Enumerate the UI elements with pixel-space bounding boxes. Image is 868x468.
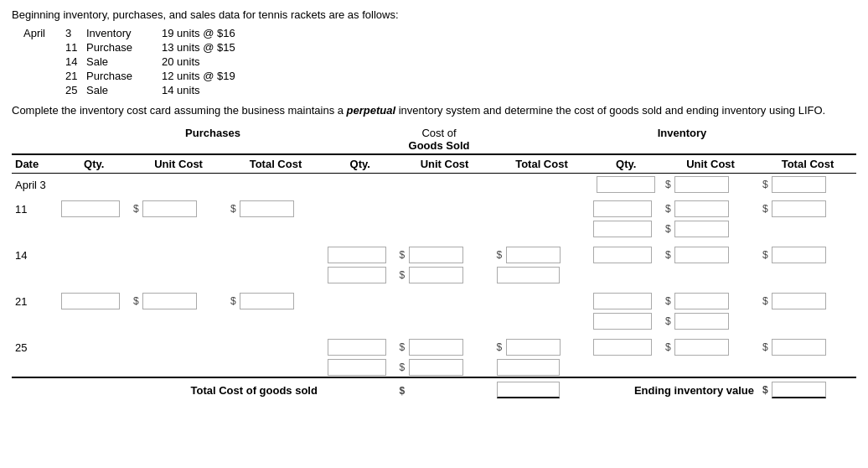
inv-totalcost-cell: $ [759,174,856,196]
inv-qty-cell [590,195,662,220]
inv-unitcost-cell [662,358,759,377]
inv-totalcost-input-11a[interactable] [772,200,826,217]
header-inv-totalcost: Total Cost [759,154,856,174]
cogs-unitcost-cell [396,174,493,196]
purchases-unitcost-cell: $ [130,284,227,312]
purchases-totalcost-cell [227,358,324,377]
cogs-unitcost-cell: $ [396,266,493,284]
date-cell [12,266,58,284]
inv-qty-input-14a[interactable] [593,247,652,263]
total-cogs-label: Total Cost of goods sold [12,377,324,400]
table-row: 11 $ $ $ $ [12,195,856,220]
purchase-unitcost-input-11[interactable] [142,200,197,217]
type-label: Sale [83,55,158,69]
purchase-qty-input-21[interactable] [61,293,120,309]
purchases-unitcost-cell [130,358,227,377]
detail-label: 12 units @ $19 [158,69,239,83]
cogs-unitcost-input-14a[interactable] [409,247,463,263]
inv-unitcost-input-apr3[interactable] [674,176,729,193]
purchase-unitcost-input-21[interactable] [142,293,197,309]
cogs-totalcost-cell [493,195,591,220]
header-purchases-unitcost: Unit Cost [130,154,227,174]
cogs-qty-input-25a[interactable] [328,339,386,356]
inv-unitcost-input-14a[interactable] [674,247,729,263]
inv-qty-input-25a[interactable] [593,339,652,356]
inv-unitcost-input-21b[interactable] [674,313,729,330]
purchases-unitcost-cell [130,330,227,358]
cogs-qty-cell [324,195,396,220]
cogs-totalcost-input-25a[interactable] [506,339,561,356]
date-cell: 11 [12,195,58,220]
inv-unitcost-input-25a[interactable] [674,339,729,356]
cogs-qty-cell [324,174,396,196]
cogs-unitcost-input-25a[interactable] [409,339,463,356]
inv-qty-input-11a[interactable] [593,200,652,217]
inv-qty-cell [590,330,662,358]
list-item: 21 Purchase 12 units @ $19 [20,69,239,83]
inv-totalcost-input-21a[interactable] [772,293,826,309]
inv-totalcost-cell: $ [759,284,856,312]
main-table: Date Qty. Unit Cost Total Cost Qty. Unit… [12,153,856,400]
cogs-totalcost-cell [493,284,591,312]
cogs-qty-input-14a[interactable] [328,247,386,263]
list-item: April 3 Inventory 19 units @ $16 [20,26,239,40]
inv-qty-input-21a[interactable] [593,293,652,309]
total-cogs-totalcost-input[interactable] [497,382,560,398]
inv-unitcost-input-11b[interactable] [674,221,729,237]
inv-qty-cell [590,266,662,284]
date-cell: 25 [12,330,58,358]
purchases-qty-cell [58,312,130,330]
purchases-totalcost-cell [227,174,324,196]
cogs-unitcost-cell [396,284,493,312]
purchases-unitcost-cell: $ [130,195,227,220]
inv-totalcost-input-25a[interactable] [772,339,826,356]
purchases-qty-cell [58,220,130,238]
inv-qty-input-21b[interactable] [593,313,652,330]
cogs-qty-input-25b[interactable] [328,359,386,376]
list-item: 25 Sale 14 units [20,83,239,97]
cogs-unitcost-input-25b[interactable] [409,359,463,376]
inv-unitcost-input-11a[interactable] [674,200,729,217]
cogs-qty-cell [324,220,396,238]
detail-label: 19 units @ $16 [158,26,239,40]
month-label: April [20,26,62,40]
inv-totalcost-input-apr3[interactable] [772,176,826,193]
cogs-qty-cell [324,330,396,358]
inv-totalcost-cell: $ [759,195,856,220]
inv-unitcost-cell: $ [662,284,759,312]
cogs-totalcost-input-14b[interactable] [497,267,560,283]
inv-qty-input-11b[interactable] [593,221,652,237]
purchases-unitcost-cell [130,174,227,196]
header-inv-unitcost: Unit Cost [662,154,759,174]
cogs-unitcost-cell: $ [396,358,493,377]
ending-inventory-value-input[interactable] [772,382,826,398]
purchases-unitcost-cell [130,266,227,284]
header-purchases-qty: Qty. [58,154,130,174]
section-header-inventory: Inventory [556,127,808,152]
inv-qty-input-apr3[interactable] [597,176,655,193]
instructions: Complete the inventory cost card assumin… [12,104,856,117]
header-date: Date [12,154,58,174]
table-row: 25 $ $ $ $ [12,330,856,358]
table-row: 21 $ $ $ $ [12,284,856,312]
cogs-totalcost-input-25b[interactable] [497,359,560,376]
type-label: Purchase [83,40,158,55]
inv-qty-cell [590,174,662,196]
purchase-totalcost-input-21[interactable] [240,293,294,309]
cogs-unitcost-input-14b[interactable] [409,267,463,283]
cogs-qty-cell [324,238,396,266]
header-cogs-unitcost: Unit Cost [396,154,493,174]
detail-label: 14 units [158,83,239,97]
inv-totalcost-input-14a[interactable] [772,247,826,263]
purchase-qty-input-11[interactable] [61,200,120,217]
inv-unitcost-input-21a[interactable] [674,293,729,309]
cogs-totalcost-input-14a[interactable] [506,247,561,263]
header-inv-qty: Qty. [590,154,662,174]
inv-totalcost-cell [759,312,856,330]
purchase-totalcost-input-11[interactable] [240,200,294,217]
cogs-unitcost-cell: $ [396,330,493,358]
total-cogs-qty-cell [324,377,396,400]
purchases-unitcost-cell [130,220,227,238]
cogs-line1: Cost of [421,127,456,139]
cogs-qty-input-14b[interactable] [328,267,386,283]
